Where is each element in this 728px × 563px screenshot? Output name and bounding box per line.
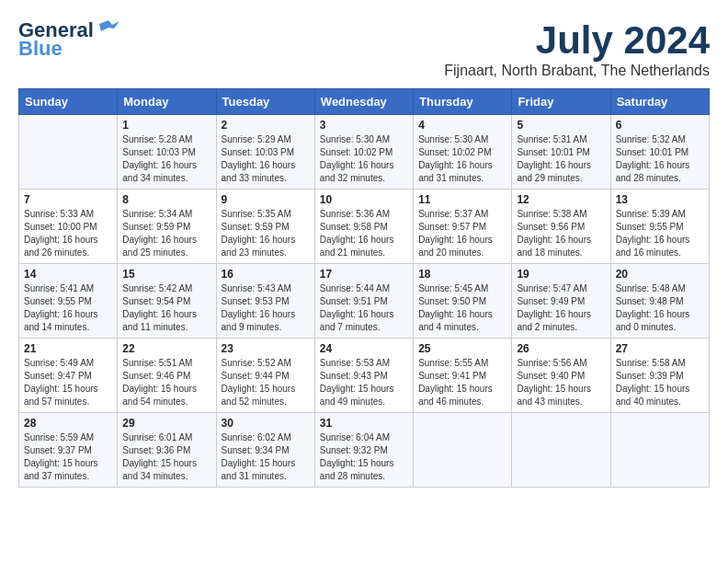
- calendar-cell: 2Sunrise: 5:29 AM Sunset: 10:03 PM Dayli…: [216, 115, 314, 190]
- day-info: Sunrise: 5:52 AM Sunset: 9:44 PM Dayligh…: [222, 357, 310, 408]
- day-info: Sunrise: 5:48 AM Sunset: 9:48 PM Dayligh…: [616, 282, 704, 334]
- day-number: 12: [517, 193, 605, 206]
- calendar-cell: 20Sunrise: 5:48 AM Sunset: 9:48 PM Dayli…: [610, 264, 709, 339]
- day-info: Sunrise: 5:56 AM Sunset: 9:40 PM Dayligh…: [517, 357, 605, 408]
- day-number: 4: [418, 119, 506, 132]
- day-number: 26: [517, 342, 605, 355]
- day-number: 27: [616, 342, 704, 355]
- title-block: July 2024 Fijnaart, North Brabant, The N…: [444, 18, 710, 79]
- day-info: Sunrise: 5:33 AM Sunset: 10:00 PM Daylig…: [24, 208, 112, 259]
- bird-logo-icon: [96, 20, 121, 40]
- week-row-5: 28Sunrise: 5:59 AM Sunset: 9:37 PM Dayli…: [19, 413, 710, 488]
- day-info: Sunrise: 5:58 AM Sunset: 9:39 PM Dayligh…: [616, 357, 704, 408]
- calendar-cell: 12Sunrise: 5:38 AM Sunset: 9:56 PM Dayli…: [512, 190, 610, 264]
- day-number: 11: [418, 193, 506, 206]
- day-number: 30: [222, 417, 310, 430]
- day-number: 25: [418, 342, 506, 355]
- calendar-cell: 23Sunrise: 5:52 AM Sunset: 9:44 PM Dayli…: [216, 339, 314, 413]
- day-number: 28: [24, 417, 112, 430]
- day-info: Sunrise: 6:02 AM Sunset: 9:34 PM Dayligh…: [222, 431, 310, 483]
- calendar-cell: 29Sunrise: 6:01 AM Sunset: 9:36 PM Dayli…: [118, 413, 216, 488]
- day-number: 29: [122, 417, 210, 430]
- day-info: Sunrise: 5:37 AM Sunset: 9:57 PM Dayligh…: [418, 208, 506, 259]
- day-number: 13: [616, 193, 704, 206]
- day-info: Sunrise: 6:01 AM Sunset: 9:36 PM Dayligh…: [122, 431, 210, 483]
- day-info: Sunrise: 5:55 AM Sunset: 9:41 PM Dayligh…: [418, 357, 506, 408]
- calendar-cell: 8Sunrise: 5:34 AM Sunset: 9:59 PM Daylig…: [118, 190, 216, 264]
- calendar-cell: 21Sunrise: 5:49 AM Sunset: 9:47 PM Dayli…: [19, 339, 118, 413]
- page-header: General Blue July 2024 Fijnaart, North B…: [18, 18, 710, 79]
- header-wednesday: Wednesday: [314, 89, 413, 115]
- calendar-cell: 19Sunrise: 5:47 AM Sunset: 9:49 PM Dayli…: [512, 264, 610, 339]
- calendar-cell: 5Sunrise: 5:31 AM Sunset: 10:01 PM Dayli…: [512, 115, 610, 190]
- day-number: 31: [320, 417, 408, 430]
- calendar-cell: 24Sunrise: 5:53 AM Sunset: 9:43 PM Dayli…: [314, 339, 413, 413]
- day-number: 1: [122, 119, 210, 132]
- day-number: 15: [122, 268, 210, 281]
- day-info: Sunrise: 5:31 AM Sunset: 10:01 PM Daylig…: [517, 133, 605, 185]
- svg-marker-0: [99, 20, 119, 31]
- calendar-cell: 28Sunrise: 5:59 AM Sunset: 9:37 PM Dayli…: [19, 413, 118, 488]
- calendar-cell: 3Sunrise: 5:30 AM Sunset: 10:02 PM Dayli…: [314, 115, 413, 190]
- day-number: 2: [222, 119, 310, 132]
- calendar-cell: [19, 115, 118, 190]
- calendar-cell: 7Sunrise: 5:33 AM Sunset: 10:00 PM Dayli…: [19, 190, 118, 264]
- header-sunday: Sunday: [19, 89, 118, 115]
- day-info: Sunrise: 5:45 AM Sunset: 9:50 PM Dayligh…: [418, 282, 506, 334]
- calendar-cell: 26Sunrise: 5:56 AM Sunset: 9:40 PM Dayli…: [512, 339, 610, 413]
- calendar-table: SundayMondayTuesdayWednesdayThursdayFrid…: [18, 88, 710, 488]
- day-info: Sunrise: 5:29 AM Sunset: 10:03 PM Daylig…: [222, 133, 310, 185]
- day-number: 8: [122, 193, 210, 206]
- day-info: Sunrise: 5:44 AM Sunset: 9:51 PM Dayligh…: [320, 282, 408, 334]
- day-info: Sunrise: 5:49 AM Sunset: 9:47 PM Dayligh…: [24, 357, 112, 408]
- day-info: Sunrise: 5:34 AM Sunset: 9:59 PM Dayligh…: [122, 208, 210, 259]
- day-info: Sunrise: 5:32 AM Sunset: 10:01 PM Daylig…: [616, 133, 704, 185]
- day-number: 16: [222, 268, 310, 281]
- day-info: Sunrise: 5:30 AM Sunset: 10:02 PM Daylig…: [418, 133, 506, 185]
- day-info: Sunrise: 5:28 AM Sunset: 10:03 PM Daylig…: [122, 133, 210, 185]
- day-number: 14: [24, 268, 112, 281]
- calendar-cell: 14Sunrise: 5:41 AM Sunset: 9:55 PM Dayli…: [19, 264, 118, 339]
- day-number: 22: [122, 342, 210, 355]
- calendar-cell: 25Sunrise: 5:55 AM Sunset: 9:41 PM Dayli…: [414, 339, 512, 413]
- calendar-cell: 11Sunrise: 5:37 AM Sunset: 9:57 PM Dayli…: [414, 190, 512, 264]
- day-number: 7: [24, 193, 112, 206]
- day-info: Sunrise: 5:30 AM Sunset: 10:02 PM Daylig…: [320, 133, 408, 185]
- calendar-cell: 17Sunrise: 5:44 AM Sunset: 9:51 PM Dayli…: [314, 264, 413, 339]
- day-info: Sunrise: 6:04 AM Sunset: 9:32 PM Dayligh…: [320, 431, 408, 483]
- day-number: 21: [24, 342, 112, 355]
- week-row-3: 14Sunrise: 5:41 AM Sunset: 9:55 PM Dayli…: [19, 264, 710, 339]
- header-monday: Monday: [118, 89, 216, 115]
- week-row-2: 7Sunrise: 5:33 AM Sunset: 10:00 PM Dayli…: [19, 190, 710, 264]
- header-friday: Friday: [512, 89, 610, 115]
- logo-blue: Blue: [18, 37, 63, 61]
- calendar-cell: 15Sunrise: 5:42 AM Sunset: 9:54 PM Dayli…: [118, 264, 216, 339]
- day-number: 6: [616, 119, 704, 132]
- calendar-cell: 16Sunrise: 5:43 AM Sunset: 9:53 PM Dayli…: [216, 264, 314, 339]
- calendar-cell: 9Sunrise: 5:35 AM Sunset: 9:59 PM Daylig…: [216, 190, 314, 264]
- calendar-cell: 4Sunrise: 5:30 AM Sunset: 10:02 PM Dayli…: [414, 115, 512, 190]
- calendar-header-row: SundayMondayTuesdayWednesdayThursdayFrid…: [19, 89, 710, 115]
- calendar-cell: 18Sunrise: 5:45 AM Sunset: 9:50 PM Dayli…: [414, 264, 512, 339]
- location: Fijnaart, North Brabant, The Netherlands: [444, 63, 710, 79]
- day-number: 19: [517, 268, 605, 281]
- day-info: Sunrise: 5:42 AM Sunset: 9:54 PM Dayligh…: [122, 282, 210, 334]
- day-number: 5: [517, 119, 605, 132]
- calendar-cell: [414, 413, 512, 488]
- day-info: Sunrise: 5:38 AM Sunset: 9:56 PM Dayligh…: [517, 208, 605, 259]
- calendar-cell: 27Sunrise: 5:58 AM Sunset: 9:39 PM Dayli…: [610, 339, 709, 413]
- day-number: 17: [320, 268, 408, 281]
- day-info: Sunrise: 5:43 AM Sunset: 9:53 PM Dayligh…: [222, 282, 310, 334]
- day-info: Sunrise: 5:51 AM Sunset: 9:46 PM Dayligh…: [122, 357, 210, 408]
- day-info: Sunrise: 5:59 AM Sunset: 9:37 PM Dayligh…: [24, 431, 112, 483]
- day-number: 18: [418, 268, 506, 281]
- calendar-cell: 6Sunrise: 5:32 AM Sunset: 10:01 PM Dayli…: [610, 115, 709, 190]
- calendar-cell: 30Sunrise: 6:02 AM Sunset: 9:34 PM Dayli…: [216, 413, 314, 488]
- day-number: 24: [320, 342, 408, 355]
- day-info: Sunrise: 5:35 AM Sunset: 9:59 PM Dayligh…: [222, 208, 310, 259]
- week-row-1: 1Sunrise: 5:28 AM Sunset: 10:03 PM Dayli…: [19, 115, 710, 190]
- day-number: 3: [320, 119, 408, 132]
- day-number: 10: [320, 193, 408, 206]
- day-info: Sunrise: 5:36 AM Sunset: 9:58 PM Dayligh…: [320, 208, 408, 259]
- day-info: Sunrise: 5:53 AM Sunset: 9:43 PM Dayligh…: [320, 357, 408, 408]
